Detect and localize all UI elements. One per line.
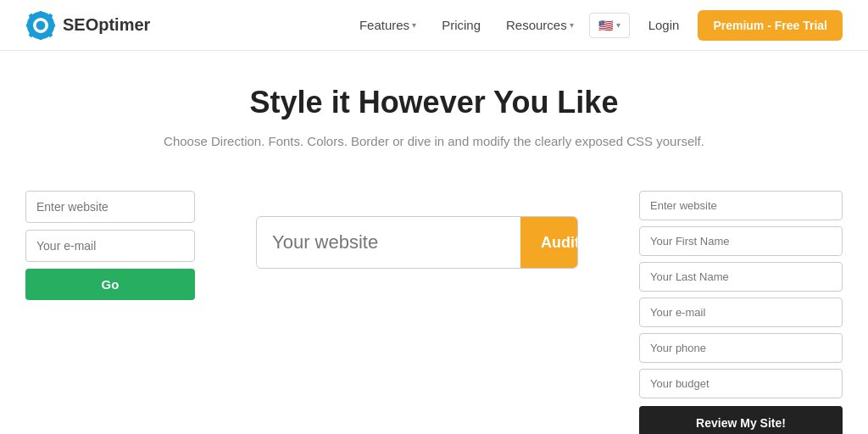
premium-trial-button[interactable]: Premium - Free Trial: [698, 10, 843, 41]
hero-subtitle: Choose Direction. Fonts. Colors. Border …: [25, 134, 843, 148]
header: SEOptimer Features ▾ Pricing Resources ▾…: [0, 0, 868, 51]
right-phone-input[interactable]: [639, 333, 843, 363]
svg-rect-4: [39, 35, 42, 39]
svg-rect-3: [39, 10, 42, 14]
widget-right: Review My Site!: [639, 191, 843, 434]
logo-text: SEOptimer: [63, 15, 150, 35]
left-email-input[interactable]: [25, 230, 195, 262]
right-budget-input[interactable]: [639, 369, 843, 398]
svg-rect-6: [51, 24, 55, 27]
audit-button[interactable]: Audit: [520, 217, 578, 268]
right-website-input[interactable]: [639, 191, 843, 220]
logo[interactable]: SEOptimer: [25, 10, 150, 41]
left-website-input[interactable]: [25, 191, 195, 223]
chevron-down-icon: ▾: [616, 20, 620, 30]
nav-resources[interactable]: Resources ▾: [496, 11, 584, 39]
svg-point-2: [36, 20, 46, 30]
chevron-down-icon: ▾: [412, 20, 416, 30]
center-website-input[interactable]: [257, 231, 520, 253]
svg-rect-5: [26, 24, 31, 27]
nav-pricing[interactable]: Pricing: [431, 11, 491, 39]
nav-features[interactable]: Features ▾: [349, 11, 426, 39]
main-nav: Features ▾ Pricing Resources ▾ 🇺🇸 ▾ Logi…: [349, 10, 843, 41]
language-selector[interactable]: 🇺🇸 ▾: [589, 13, 630, 38]
review-button[interactable]: Review My Site!: [639, 406, 843, 434]
login-button[interactable]: Login: [635, 11, 693, 39]
widget-left: Go: [25, 191, 195, 300]
chevron-down-icon: ▾: [570, 20, 574, 30]
widgets-row: Go Audit Review My Site!: [25, 191, 843, 434]
right-lastname-input[interactable]: [639, 262, 843, 292]
right-firstname-input[interactable]: [639, 226, 843, 256]
hero-title: Style it However You Like: [25, 85, 843, 120]
right-email-input[interactable]: [639, 298, 843, 327]
main-content: Style it However You Like Choose Directi…: [0, 51, 868, 434]
widget-center: Audit: [256, 216, 578, 269]
go-button[interactable]: Go: [25, 269, 195, 300]
flag-icon: 🇺🇸: [598, 19, 613, 32]
logo-icon: [25, 10, 56, 41]
